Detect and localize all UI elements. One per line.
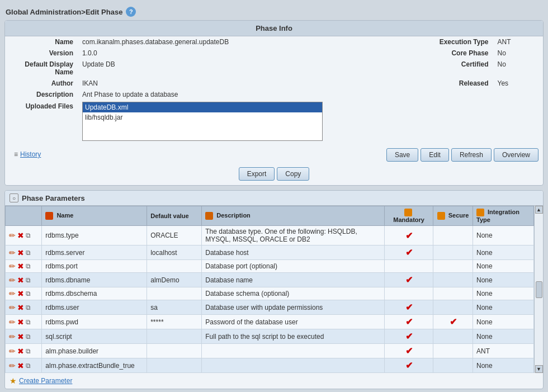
table-row: ✏ ✖ ⧉ alm.phase.builder✔ANT: [6, 344, 534, 358]
copy-icon-0[interactable]: ⧉: [26, 232, 31, 239]
page-wrapper: Global Administration>Edit Phase ? Phase…: [0, 0, 548, 392]
edit-icon-2[interactable]: ✏: [9, 262, 16, 271]
delete-icon-1[interactable]: ✖: [17, 248, 24, 257]
copy-icon-2[interactable]: ⧉: [26, 262, 31, 270]
delete-icon-8[interactable]: ✖: [17, 347, 24, 356]
row-secure-8: [433, 344, 473, 358]
create-param-link[interactable]: ★ Create Parameter: [5, 373, 543, 389]
save-button[interactable]: Save: [386, 148, 418, 162]
row-secure-1: [433, 245, 473, 260]
create-param-label[interactable]: Create Parameter: [19, 377, 72, 385]
delete-icon-2[interactable]: ✖: [17, 262, 24, 271]
row-defval-6: *****: [147, 315, 202, 329]
export-button[interactable]: Export: [239, 167, 275, 181]
copy-icon-9[interactable]: ⧉: [26, 362, 31, 370]
mandatory-check-icon: ✔: [388, 302, 429, 313]
certified-value: No: [493, 59, 543, 78]
row-secure-0: [433, 226, 473, 245]
table-row: ✏ ✖ ⧉ rdbms.typeORACLEThe database type.…: [6, 226, 534, 245]
params-content: Name Default value Description: [5, 206, 543, 373]
row-desc-1: Database host: [202, 245, 385, 260]
th-defval: Default value: [147, 206, 202, 226]
phase-info-header: Phase Info: [5, 21, 543, 36]
delete-icon-4[interactable]: ✖: [17, 289, 24, 298]
table-row: ✏ ✖ ⧉ sql.scriptFull path to the sql scr…: [6, 329, 534, 344]
row-secure-9: [433, 358, 473, 373]
description-label: Description: [5, 89, 78, 100]
th-inttype-icon: [476, 209, 484, 216]
row-secure-5: [433, 300, 473, 315]
edit-icon-3[interactable]: ✏: [9, 276, 16, 285]
mandatory-check-icon: ✔: [388, 247, 429, 258]
edit-icon-9[interactable]: ✏: [9, 361, 16, 370]
row-desc-8: [202, 344, 385, 358]
phase-info-table: Name com.ikanalm.phases.database.general…: [5, 36, 543, 143]
row-secure-6: ✔: [433, 315, 473, 329]
row-name-7: sql.script: [42, 329, 147, 344]
edit-icon-6[interactable]: ✏: [9, 318, 16, 327]
delete-icon-0[interactable]: ✖: [17, 231, 24, 240]
copy-icon-8[interactable]: ⧉: [26, 347, 31, 355]
history-label: History: [20, 150, 41, 158]
file-item-1[interactable]: lib/hsqldb.jar: [83, 112, 322, 122]
scroll-up-button[interactable]: ▲: [535, 206, 543, 214]
row-name-8: alm.phase.builder: [42, 344, 147, 358]
row-mandatory-3: ✔: [385, 273, 433, 287]
help-icon[interactable]: ?: [126, 7, 136, 17]
delete-icon-5[interactable]: ✖: [17, 303, 24, 312]
scroll-thumb[interactable]: [536, 281, 542, 298]
delete-icon-6[interactable]: ✖: [17, 318, 24, 327]
edit-icon-7[interactable]: ✏: [9, 332, 16, 341]
row-defval-7: [147, 329, 202, 344]
exec-type-value: ANT: [493, 36, 543, 48]
row-inttype-8: ANT: [473, 344, 534, 358]
edit-icon-1[interactable]: ✏: [9, 248, 16, 257]
delete-icon-9[interactable]: ✖: [17, 361, 24, 370]
row-inttype-9: None: [473, 358, 534, 373]
row-name-9: alm.phase.extractBundle_true: [42, 358, 147, 373]
table-row: ✏ ✖ ⧉ rdbms.dbnamealmDemoDatabase name✔N…: [6, 273, 534, 287]
delete-icon-3[interactable]: ✖: [17, 276, 24, 285]
row-mandatory-7: ✔: [385, 329, 433, 344]
row-name-4: rdbms.dbschema: [42, 287, 147, 300]
row-actions-0: ✏ ✖ ⧉: [6, 226, 42, 245]
primary-buttons: Save Edit Refresh Overview: [386, 145, 538, 164]
breadcrumb-text: Global Administration>Edit Phase: [6, 8, 122, 16]
table-row: ✏ ✖ ⧉ rdbms.dbschemaDatabase schema (opt…: [6, 287, 534, 300]
edit-icon-0[interactable]: ✏: [9, 231, 16, 240]
history-link[interactable]: ≡ History: [10, 148, 45, 160]
edit-icon-4[interactable]: ✏: [9, 289, 16, 298]
copy-button[interactable]: Copy: [277, 167, 309, 181]
table-row: ✏ ✖ ⧉ rdbms.serverlocalhostDatabase host…: [6, 245, 534, 260]
uploaded-files-box[interactable]: UpdateDB.xml lib/hsqldb.jar: [82, 102, 323, 141]
row-name-1: rdbms.server: [42, 245, 147, 260]
row-inttype-2: None: [473, 260, 534, 273]
vertical-scrollbar[interactable]: ▲ ▼: [534, 206, 543, 373]
overview-button[interactable]: Overview: [494, 148, 538, 162]
th-inttype: Integration Type: [473, 206, 534, 226]
row-name-5: rdbms.user: [42, 300, 147, 315]
params-header: ○ Phase Parameters: [5, 191, 543, 206]
edit-icon-8[interactable]: ✏: [9, 347, 16, 356]
row-actions-6: ✏ ✖ ⧉: [6, 315, 42, 329]
edit-button[interactable]: Edit: [421, 148, 449, 162]
scroll-down-button[interactable]: ▼: [535, 365, 543, 373]
exec-type-label: Execution Type: [426, 36, 493, 48]
row-actions-2: ✏ ✖ ⧉: [6, 260, 42, 273]
file-item-0[interactable]: UpdateDB.xml: [83, 102, 322, 112]
copy-icon-6[interactable]: ⧉: [26, 318, 31, 326]
refresh-button[interactable]: Refresh: [451, 148, 492, 162]
copy-icon-7[interactable]: ⧉: [26, 333, 31, 341]
mandatory-check-icon: ✔: [388, 230, 429, 241]
row-actions-3: ✏ ✖ ⧉: [6, 273, 42, 287]
copy-icon-4[interactable]: ⧉: [26, 290, 31, 297]
edit-icon-5[interactable]: ✏: [9, 303, 16, 312]
copy-icon-1[interactable]: ⧉: [26, 249, 31, 257]
copy-icon-3[interactable]: ⧉: [26, 276, 31, 284]
th-mandatory: Mandatory: [385, 206, 433, 226]
delete-icon-7[interactable]: ✖: [17, 332, 24, 341]
copy-icon-5[interactable]: ⧉: [26, 304, 31, 311]
row-name-3: rdbms.dbname: [42, 273, 147, 287]
params-table-wrapper: Name Default value Description: [5, 206, 534, 373]
collapse-icon[interactable]: ○: [10, 193, 18, 202]
